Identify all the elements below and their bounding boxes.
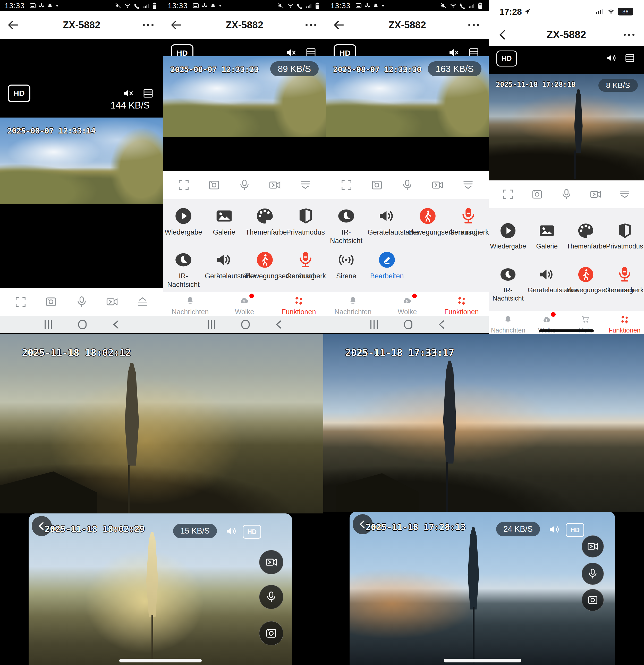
screenshot-button[interactable] — [259, 621, 284, 645]
function-bewegungserkennung[interactable]: Bewegungserkennung — [245, 250, 285, 289]
live-camera-view[interactable]: 2025-08-07 12:33:23 89 KB/S — [163, 56, 326, 137]
tab-nachrichten[interactable]: Nachrichten — [489, 311, 528, 334]
ios-home-indicator[interactable] — [539, 329, 594, 332]
recents-nav-icon[interactable] — [368, 319, 380, 330]
back-nav-icon[interactable] — [437, 319, 446, 330]
home-nav-icon[interactable] — [403, 319, 414, 330]
function-label: Sirene — [336, 272, 356, 281]
function-privatmodus[interactable]: Privatmodus — [605, 222, 644, 250]
progress-bar[interactable] — [119, 659, 202, 662]
fullscreen-icon[interactable] — [14, 295, 27, 308]
cellular-signal-icon — [596, 8, 604, 15]
more-menu-icon[interactable] — [466, 21, 482, 30]
back-chevron-icon[interactable] — [496, 28, 510, 42]
hd-quality-badge[interactable]: HD — [566, 523, 584, 537]
back-arrow-icon[interactable] — [6, 18, 20, 32]
tab-nachrichten[interactable]: Nachrichten — [326, 292, 380, 316]
talk-mic-icon[interactable] — [560, 188, 573, 201]
stream-quality-list-icon[interactable] — [142, 87, 154, 99]
talk-mic-button[interactable] — [582, 563, 604, 585]
screenshot-button[interactable] — [582, 589, 604, 611]
function-wiedergabe[interactable]: Wiedergabe — [163, 207, 204, 236]
function-geraetelautstaerke[interactable]: Gerätelautstärke — [367, 207, 407, 245]
hd-quality-badge[interactable]: HD — [496, 51, 517, 66]
stream-quality-list-icon[interactable] — [624, 52, 636, 64]
tab-funktionen[interactable]: Funktionen — [434, 292, 489, 316]
tab-wolke[interactable]: Wolke — [380, 292, 434, 316]
function-geraeuscherkennung[interactable]: Geräuscherkennung — [605, 265, 644, 302]
function-wiedergabe[interactable]: Wiedergabe — [489, 222, 528, 250]
hd-quality-badge[interactable]: HD — [8, 84, 31, 102]
live-camera-view[interactable]: 2025-08-07 12:33:14 — [0, 117, 163, 204]
speaker-icon[interactable] — [225, 525, 237, 538]
hd-quality-badge[interactable]: HD — [243, 525, 261, 539]
speaker-icon[interactable] — [605, 52, 617, 64]
function-geraetelautstaerke[interactable]: Gerätelautstärke — [204, 250, 245, 289]
collapse-panel-icon[interactable] — [618, 188, 631, 201]
more-menu-icon[interactable] — [140, 21, 156, 30]
progress-bar[interactable] — [444, 659, 521, 662]
camera-timestamp: 2025-08-07 12:33:14 — [7, 126, 96, 135]
function-ir-nachtsicht[interactable]: IR-Nachtsicht — [163, 250, 204, 289]
collapse-panel-icon[interactable] — [136, 295, 149, 308]
back-arrow-icon[interactable] — [169, 18, 183, 32]
back-nav-icon[interactable] — [111, 319, 120, 330]
back-arrow-icon[interactable] — [332, 18, 346, 32]
collapse-panel-icon[interactable] — [298, 178, 312, 192]
function-label: Privatmodus — [606, 242, 643, 250]
live-camera-view[interactable]: 2025-08-07 12:33:30 163 KB/S — [326, 56, 489, 137]
talk-mic-icon[interactable] — [238, 178, 251, 192]
function-geraeuscherkennung[interactable]: Geräuscherkennung — [448, 207, 489, 245]
function-geraetelautstaerke[interactable]: Gerätelautstärke — [528, 265, 566, 302]
function-sirene[interactable]: Sirene — [326, 250, 367, 281]
fullscreen-icon[interactable] — [502, 188, 514, 201]
function-label: IR-Nachtsicht — [164, 272, 203, 289]
collapse-panel-icon[interactable] — [461, 178, 475, 192]
fullscreen-icon[interactable] — [177, 178, 190, 192]
device-volume-icon — [215, 250, 234, 269]
screenshot-icon[interactable] — [370, 178, 384, 192]
tab-wolke[interactable]: Wolke — [217, 292, 272, 316]
function-privatmodus[interactable]: Privatmodus — [285, 207, 326, 236]
record-video-button[interactable] — [259, 550, 284, 574]
tab-nachrichten[interactable]: Nachrichten — [163, 292, 217, 316]
function-bearbeiten[interactable]: Bearbeiten — [367, 250, 407, 281]
live-camera-view[interactable]: 2025-11-18 17:28:18 8 KB/S — [489, 74, 644, 180]
screenshot-icon[interactable] — [44, 295, 58, 308]
function-themenfarbe[interactable]: Themenfarbe — [245, 207, 285, 236]
record-video-icon[interactable] — [589, 188, 602, 201]
function-ir-nachtsicht[interactable]: IR-Nachtsicht — [489, 265, 528, 302]
function-bewegungserkennung[interactable]: Bewegungserkennung — [407, 207, 448, 245]
speaker-muted-icon[interactable] — [122, 87, 134, 99]
speaker-icon[interactable] — [548, 523, 561, 536]
talk-mic-button[interactable] — [259, 585, 284, 609]
more-menu-icon[interactable] — [621, 31, 637, 39]
android-nav-bar — [326, 316, 489, 333]
function-ir-nachtsicht[interactable]: IR-Nachtsicht — [326, 207, 367, 245]
recents-nav-icon[interactable] — [206, 319, 217, 330]
talk-mic-icon[interactable] — [75, 295, 89, 308]
screenshot-icon[interactable] — [531, 188, 544, 201]
screenshot-icon — [265, 627, 278, 640]
tab-funktionen[interactable]: Funktionen — [605, 311, 644, 334]
umbrella-silhouette — [461, 527, 486, 610]
function-galerie[interactable]: Galerie — [528, 222, 566, 250]
record-video-icon[interactable] — [105, 295, 119, 308]
talk-mic-icon[interactable] — [401, 178, 414, 192]
tab-funktionen[interactable]: Funktionen — [272, 292, 326, 316]
recents-nav-icon[interactable] — [42, 319, 54, 330]
record-video-icon[interactable] — [268, 178, 281, 192]
screenshot-icon[interactable] — [207, 178, 221, 192]
function-galerie[interactable]: Galerie — [204, 207, 245, 236]
function-bewegungserkennung[interactable]: Bewegungserkennung — [566, 265, 605, 302]
fullscreen-icon[interactable] — [340, 178, 353, 192]
record-video-icon[interactable] — [431, 178, 444, 192]
function-geraeuscherkennung[interactable]: Geräuscherkennung — [285, 250, 326, 289]
function-label: IR-Nachtsicht — [489, 286, 527, 302]
back-nav-icon[interactable] — [274, 319, 284, 330]
record-video-button[interactable] — [582, 535, 604, 557]
function-themenfarbe[interactable]: Themenfarbe — [566, 222, 605, 250]
home-nav-icon[interactable] — [77, 319, 88, 330]
home-nav-icon[interactable] — [240, 319, 251, 330]
more-menu-icon[interactable] — [303, 21, 319, 30]
